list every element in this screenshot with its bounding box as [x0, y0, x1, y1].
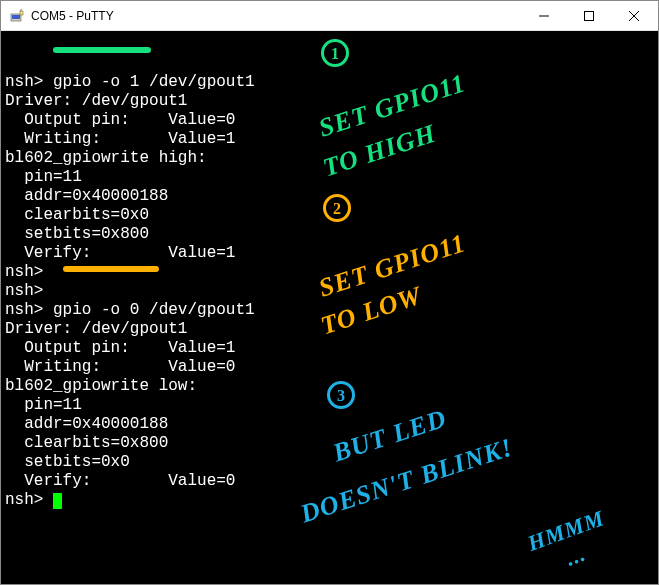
- maximize-button[interactable]: [566, 2, 611, 30]
- terminal-line: addr=0x40000188: [5, 415, 654, 434]
- window-title: COM5 - PuTTY: [31, 9, 521, 23]
- terminal-line: Writing: Value=1: [5, 130, 654, 149]
- terminal-line: pin=11: [5, 396, 654, 415]
- terminal-line: Writing: Value=0: [5, 358, 654, 377]
- terminal-line: Verify: Value=0: [5, 472, 654, 491]
- terminal-line: Driver: /dev/gpout1: [5, 92, 654, 111]
- terminal-line: nsh> gpio -o 0 /dev/gpout1: [5, 301, 654, 320]
- prompt: nsh>: [5, 491, 53, 509]
- putty-window: COM5 - PuTTY nsh> gpio -o 1 /dev/gpout1D…: [0, 0, 659, 585]
- terminal-line: clearbits=0x0: [5, 206, 654, 225]
- annotation-note: HMMM: [525, 508, 606, 553]
- terminal-line: Driver: /dev/gpout1: [5, 320, 654, 339]
- terminal-line: setbits=0x0: [5, 453, 654, 472]
- prompt-line: nsh>: [5, 491, 654, 510]
- svg-rect-1: [12, 15, 20, 19]
- titlebar[interactable]: COM5 - PuTTY: [1, 1, 658, 31]
- window-controls: [521, 2, 656, 30]
- terminal[interactable]: nsh> gpio -o 1 /dev/gpout1Driver: /dev/g…: [1, 31, 658, 584]
- terminal-line: Verify: Value=1: [5, 244, 654, 263]
- terminal-line: Output pin: Value=0: [5, 111, 654, 130]
- minimize-button[interactable]: [521, 2, 566, 30]
- terminal-line: addr=0x40000188: [5, 187, 654, 206]
- terminal-output: nsh> gpio -o 1 /dev/gpout1Driver: /dev/g…: [5, 73, 654, 510]
- terminal-line: Output pin: Value=1: [5, 339, 654, 358]
- terminal-line: pin=11: [5, 168, 654, 187]
- cursor: [53, 493, 62, 509]
- underline-stroke: [53, 47, 151, 53]
- terminal-line: nsh>: [5, 263, 654, 282]
- close-button[interactable]: [611, 2, 656, 30]
- terminal-line: bl602_gpiowrite low:: [5, 377, 654, 396]
- terminal-line: nsh> gpio -o 1 /dev/gpout1: [5, 73, 654, 92]
- terminal-line: bl602_gpiowrite high:: [5, 149, 654, 168]
- terminal-line: nsh>: [5, 282, 654, 301]
- svg-rect-2: [20, 11, 23, 15]
- terminal-line: clearbits=0x800: [5, 434, 654, 453]
- svg-rect-5: [584, 11, 593, 20]
- putty-icon: [9, 8, 25, 24]
- annotation-marker-1: 1: [321, 39, 349, 67]
- terminal-line: setbits=0x800: [5, 225, 654, 244]
- annotation-note: ...: [563, 543, 588, 568]
